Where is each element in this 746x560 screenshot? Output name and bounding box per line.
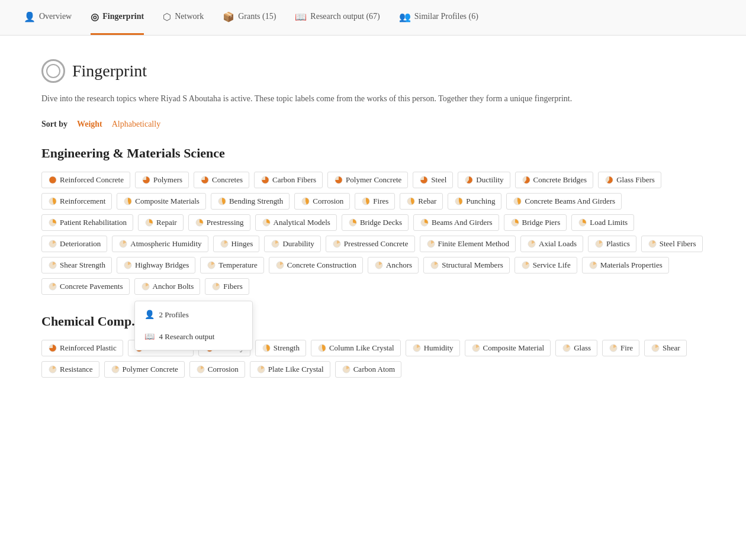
tag-patient-rehabilitation[interactable]: Patient Rehabilitation <box>41 214 133 231</box>
tag-bridge-decks[interactable]: Bridge Decks <box>342 214 409 231</box>
tag-popup: 👤2 Profiles📖4 Research output <box>134 301 253 350</box>
tag-materials-properties[interactable]: Materials Properties <box>582 257 669 273</box>
popup-item-label: 4 Research output <box>159 332 215 342</box>
tag-shear-strength[interactable]: Shear Strength <box>41 257 112 273</box>
tag-bridge-piers[interactable]: Bridge Piers <box>504 214 567 231</box>
tag-highway-bridges[interactable]: Highway Bridges <box>117 257 195 273</box>
tag-bending-strength[interactable]: Bending Strength <box>211 193 290 210</box>
tag-carbon-fibers[interactable]: Carbon Fibers <box>254 172 323 188</box>
pie-svg <box>211 282 221 291</box>
nav-item-fingerprint[interactable]: ◎Fingerprint <box>91 1 144 35</box>
tag-label: Structural Members <box>442 260 503 270</box>
tag-column-like-crystal[interactable]: Column Like Crystal <box>311 340 401 356</box>
tag-concrete-pavements[interactable]: Concrete Pavements <box>41 278 130 295</box>
sort-alphabetically[interactable]: Alphabetically <box>112 120 160 129</box>
tag-label: Analytical Models <box>274 218 330 227</box>
pie-svg <box>510 218 520 227</box>
tag-service-life[interactable]: Service Life <box>515 257 577 273</box>
popup-item[interactable]: 👤2 Profiles <box>135 304 252 326</box>
tag-composite-materials[interactable]: Composite Materials <box>117 193 206 210</box>
tag-prestressed-concrete[interactable]: Prestressed Concrete <box>326 236 415 252</box>
pie-svg <box>118 239 128 249</box>
nav-item-similar-profiles[interactable]: 👥Similar Profiles (6) <box>399 1 478 35</box>
tag-strength[interactable]: Strength <box>255 340 306 356</box>
tag-anchors[interactable]: Anchors <box>368 257 419 273</box>
tag-label: Concrete Pavements <box>60 282 123 291</box>
tag-prestressing[interactable]: Prestressing <box>188 214 250 231</box>
tag-finite-element-method[interactable]: Finite Element Method <box>420 236 516 252</box>
tag-deterioration[interactable]: Deterioration <box>41 236 107 252</box>
tag-glass[interactable]: Glass <box>555 340 597 356</box>
tag-punching[interactable]: Punching <box>448 193 501 210</box>
tag-glass-fibers[interactable]: Glass Fibers <box>598 172 661 188</box>
fingerprint-section-icon <box>41 59 65 83</box>
tag-structural-members[interactable]: Structural Members <box>423 257 510 273</box>
tag-concrete-bridges[interactable]: Concrete Bridges <box>515 172 594 188</box>
tag-label: Bridge Decks <box>360 218 402 227</box>
nav-item-overview[interactable]: 👤Overview <box>24 1 72 35</box>
tag-label: Fibers <box>223 282 243 291</box>
tag-label: Ductility <box>476 175 503 185</box>
pie-svg <box>111 365 120 374</box>
tag-resistance[interactable]: Resistance <box>41 361 99 378</box>
nav-item-grants[interactable]: 📦Grants (15) <box>223 1 276 35</box>
nav-item-network[interactable]: ⬡Network <box>163 1 204 35</box>
tag-humidity[interactable]: Humidity <box>406 340 460 356</box>
tag-polymer-concrete[interactable]: Polymer Concrete <box>104 361 185 378</box>
tag-axial-loads[interactable]: Axial Loads <box>520 236 583 252</box>
tag-steel-fibers[interactable]: Steel Fibers <box>641 236 703 252</box>
pie-svg <box>578 218 587 227</box>
tag-plate-like-crystal[interactable]: Plate Like Crystal <box>250 361 330 378</box>
nav-label-network: Network <box>175 12 204 21</box>
tag-label: Prestressing <box>207 218 244 227</box>
tag-polymers[interactable]: Polymers <box>135 172 189 188</box>
popup-item[interactable]: 📖4 Research output <box>135 326 252 347</box>
tag-beams-and-girders[interactable]: Beams And Girders <box>413 214 499 231</box>
tag-label: Strength <box>274 343 300 353</box>
tag-reinforcement[interactable]: Reinforcement <box>41 193 112 210</box>
tag-hinges[interactable]: Hinges <box>213 236 260 252</box>
tag-corrosion[interactable]: Corrosion <box>189 361 245 378</box>
nav-item-research-output[interactable]: 📖Research output (67) <box>295 1 380 35</box>
nav-label-fingerprint: Fingerprint <box>102 12 144 21</box>
sort-weight[interactable]: Weight <box>77 120 102 129</box>
pie-svg <box>334 175 343 185</box>
tag-plastics[interactable]: Plastics <box>588 236 636 252</box>
tag-analytical-models[interactable]: Analytical Models <box>255 214 337 231</box>
tag-load-limits[interactable]: Load Limits <box>571 214 634 231</box>
tag-ductility[interactable]: Ductility <box>458 172 510 188</box>
tag-shear[interactable]: Shear <box>644 340 687 356</box>
pie-svg <box>609 343 618 353</box>
tag-concrete-beams-and-girders[interactable]: Concrete Beams And Girders <box>506 193 622 210</box>
tag-reinforced-plastic[interactable]: Reinforced Plastic <box>41 340 123 356</box>
tag-rebar[interactable]: Rebar <box>400 193 443 210</box>
fingerprint-icon: ◎ <box>91 11 99 22</box>
tag-label: Composite Materials <box>135 197 200 206</box>
pie-svg <box>262 343 271 353</box>
tag-concrete-construction[interactable]: Concrete Construction <box>269 257 363 273</box>
tag-concretes[interactable]: Concretes <box>194 172 249 188</box>
tag-carbon-atom[interactable]: Carbon Atom <box>335 361 401 378</box>
tag-fibers[interactable]: Fibers <box>205 278 249 295</box>
tag-temperature[interactable]: Temperature <box>200 257 264 273</box>
tag-repair[interactable]: Repair <box>138 214 184 231</box>
tag-composite-material[interactable]: Composite Material <box>465 340 551 356</box>
tag-steel[interactable]: Steel <box>413 172 453 188</box>
tags-engineering: Reinforced Concrete Polymers Concretes C… <box>41 172 705 295</box>
tag-polymer-concrete[interactable]: Polymer Concrete <box>327 172 408 188</box>
tag-label: Carbon Atom <box>353 365 395 374</box>
popup-item-icon: 👤 <box>144 310 155 320</box>
tag-corrosion[interactable]: Corrosion <box>294 193 350 210</box>
tag-label: Glass Fibers <box>616 175 655 185</box>
tag-durability[interactable]: Durability <box>264 236 320 252</box>
tag-reinforced-concrete[interactable]: Reinforced Concrete <box>41 172 130 188</box>
pie-svg <box>196 365 205 374</box>
pie-svg <box>513 197 522 206</box>
tag-label: Patient Rehabilitation <box>60 218 127 227</box>
tag-fires[interactable]: Fires <box>355 193 395 210</box>
tag-anchor-bolts[interactable]: Anchor Bolts <box>134 278 201 295</box>
tag-atmospheric-humidity[interactable]: Atmospheric Humidity <box>112 236 208 252</box>
tag-label: Shear Strength <box>60 260 105 270</box>
tag-fire[interactable]: Fire <box>602 340 639 356</box>
pie-svg <box>142 175 151 185</box>
